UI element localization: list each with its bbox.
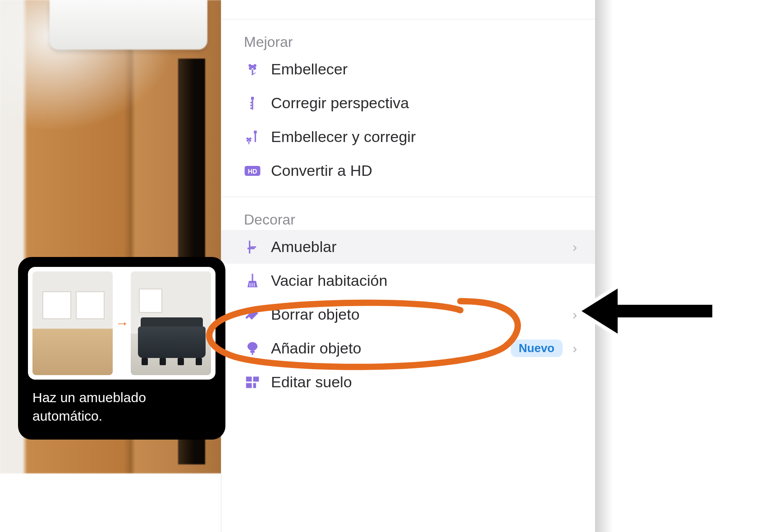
svg-point-3 [249, 67, 252, 69]
menu-label: Editar suelo [271, 373, 577, 391]
tooltip-text: Haz un amueblado automático. [28, 380, 215, 427]
svg-point-13 [249, 137, 251, 139]
svg-rect-23 [250, 283, 251, 286]
menu-item-anadir-objeto[interactable]: Añadir objeto Nuevo › [221, 331, 595, 365]
menu-label: Embellecer [271, 60, 577, 78]
svg-rect-8 [250, 101, 252, 103]
menu-item-corregir-perspectiva[interactable]: Corregir perspectiva [221, 86, 595, 120]
svg-rect-24 [252, 283, 252, 286]
svg-point-14 [247, 139, 248, 141]
menu-item-vaciar-habitacion[interactable]: Vaciar habitación [221, 264, 595, 298]
svg-rect-16 [248, 141, 249, 144]
add-shape-icon [244, 340, 261, 357]
section-header-decorar: Decorar [221, 197, 595, 230]
svg-rect-22 [252, 274, 253, 281]
svg-point-2 [253, 64, 256, 67]
svg-rect-10 [250, 107, 252, 109]
svg-rect-31 [253, 383, 256, 388]
menu-item-borrar-objeto[interactable]: Borrar objeto › [221, 298, 595, 331]
tooltip-preview-furnished-room [131, 271, 211, 375]
svg-rect-18 [255, 133, 256, 142]
svg-rect-30 [246, 383, 252, 388]
tooltip-arrow-icon: → [115, 316, 128, 331]
ruler-icon [244, 95, 261, 112]
actions-panel: Mejorar Embellecer Corregir perspectiva … [221, 0, 595, 532]
broom-icon [244, 272, 261, 289]
chevron-right-icon: › [573, 239, 577, 255]
menu-label: Añadir objeto [271, 339, 501, 357]
chair-icon [244, 238, 261, 256]
svg-text:HD: HD [248, 168, 257, 175]
svg-rect-6 [251, 96, 254, 99]
annotation-arrow [577, 280, 717, 343]
svg-rect-7 [252, 100, 253, 110]
floor-icon [244, 374, 261, 391]
chevron-right-icon: › [573, 341, 577, 356]
svg-rect-5 [252, 69, 253, 75]
menu-label: Convertir a HD [271, 162, 577, 179]
menu-label: Borrar objeto [271, 306, 563, 323]
svg-rect-9 [250, 105, 252, 106]
svg-rect-27 [252, 353, 253, 355]
menu-label: Vaciar habitación [271, 272, 577, 289]
badge-nuevo: Nuevo [511, 339, 563, 357]
svg-rect-29 [253, 376, 259, 381]
chevron-right-icon: › [573, 307, 577, 322]
hd-icon: HD [244, 162, 261, 179]
section-header-mejorar: Mejorar [221, 19, 595, 52]
svg-point-4 [253, 67, 256, 69]
menu-item-convertir-hd[interactable]: HD Convertir a HD [221, 154, 595, 188]
flower-icon [244, 61, 261, 78]
menu-item-amueblar[interactable]: Amueblar › [221, 230, 595, 264]
svg-rect-28 [246, 376, 252, 381]
svg-rect-17 [254, 130, 257, 133]
svg-rect-25 [254, 283, 255, 286]
tooltip-preview-empty-room [32, 271, 113, 375]
menu-item-embellecer[interactable]: Embellecer [221, 52, 595, 86]
svg-point-12 [246, 137, 248, 139]
menu-label: Corregir perspectiva [271, 94, 577, 112]
menu-label: Embellecer y corregir [271, 128, 577, 146]
svg-rect-21 [250, 246, 256, 248]
svg-point-15 [249, 139, 251, 141]
tooltip-preview: → [28, 267, 215, 380]
page-shadow [595, 0, 613, 532]
svg-rect-26 [250, 350, 255, 353]
menu-item-embellecer-corregir[interactable]: Embellecer y corregir [221, 120, 595, 154]
svg-point-1 [248, 64, 251, 67]
eraser-icon [244, 306, 261, 323]
tooltip-card: → Haz un amueblado automático. [18, 257, 225, 440]
menu-label: Amueblar [271, 238, 563, 256]
menu-item-editar-suelo[interactable]: Editar suelo [221, 365, 595, 399]
flower-ruler-icon [244, 128, 261, 146]
